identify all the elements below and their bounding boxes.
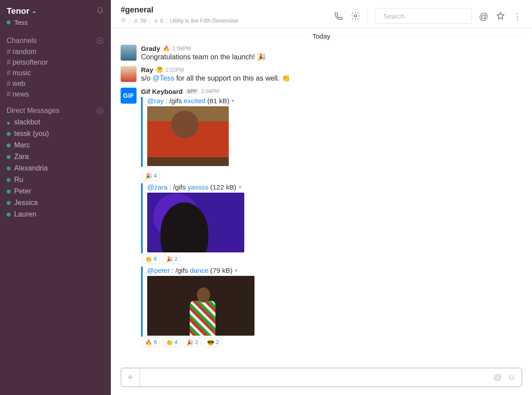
dm-name: Marc <box>14 141 30 149</box>
channel-topic[interactable]: Utility is the Fifth Dimension <box>170 18 239 24</box>
star-outline-icon[interactable] <box>496 11 505 21</box>
dm-item[interactable]: Marc <box>0 139 111 151</box>
bell-icon[interactable] <box>96 7 104 15</box>
channel-name: music <box>12 69 31 77</box>
add-dm-button[interactable] <box>96 107 104 115</box>
workspace-switcher[interactable]: Tenor ⌄ <box>7 6 36 16</box>
avatar[interactable] <box>121 66 137 82</box>
reaction-chip[interactable]: 😎2 <box>204 338 222 347</box>
dm-item[interactable]: Lauren <box>0 209 111 220</box>
channel-list: #random #petsoftenor #music #web #news <box>0 46 111 102</box>
message: Ray 🤔 2:02PM s/o @Tess for all the suppo… <box>121 64 522 85</box>
dm-list: ♥slackbot tessk (you) Marc Zara Alexandr… <box>0 116 111 223</box>
gear-icon[interactable] <box>351 11 360 21</box>
composer-plus-button[interactable]: + <box>121 368 140 386</box>
message: Grady 🔥 1:58PM Congratulations team on t… <box>121 43 522 64</box>
reaction-chip[interactable]: 🎉4 <box>142 171 160 181</box>
dm-heading[interactable]: Direct Messages <box>7 107 59 115</box>
dm-item[interactable]: Zara <box>0 151 111 163</box>
presence-dot-icon <box>7 155 11 159</box>
emoji: 👏 <box>282 74 290 82</box>
dm-item[interactable]: tessk (you) <box>0 128 111 139</box>
channel-item[interactable]: #music <box>0 68 111 78</box>
message-text: Congratulations team on the launch! 🎉 <box>141 52 522 62</box>
dm-name: slackbot <box>14 118 40 126</box>
current-user-row[interactable]: Tess <box>0 18 111 32</box>
channel-item[interactable]: #random <box>0 46 111 57</box>
channel-item[interactable]: #web <box>0 78 111 89</box>
channel-header: #general | 39 | 0 | Utility is the Fifth… <box>111 0 532 28</box>
dm-item[interactable]: Ru <box>0 174 111 186</box>
dm-item[interactable]: Alexandria <box>0 163 111 174</box>
channel-item[interactable]: #news <box>0 89 111 100</box>
channel-title[interactable]: #general <box>121 5 239 15</box>
member-count: 39 <box>140 18 146 24</box>
collapse-icon[interactable]: ▾ <box>235 268 237 273</box>
add-channel-button[interactable] <box>96 37 104 45</box>
date-label: Today <box>313 32 330 40</box>
dm-item[interactable]: Peter <box>0 186 111 197</box>
gif-preview[interactable] <box>147 276 254 336</box>
mention[interactable]: @ray <box>147 97 164 105</box>
channel-item[interactable]: #petsoftenor <box>0 57 111 68</box>
channel-name: petsoftenor <box>12 58 48 66</box>
gif-preview[interactable] <box>147 106 229 166</box>
message-time: 1:58PM <box>172 46 191 52</box>
message-author[interactable]: Grady <box>141 45 160 52</box>
mention[interactable]: @zara <box>147 183 168 191</box>
reaction-bar: 👏6 🎉2 <box>142 255 522 264</box>
dm-item[interactable]: Jessica <box>0 197 111 209</box>
composer-mention-icon[interactable]: @ <box>493 372 502 382</box>
reaction-chip[interactable]: 👏4 <box>163 338 181 347</box>
workspace-name: Tenor <box>7 6 29 16</box>
presence-dot-icon <box>7 213 11 217</box>
sidebar: Tenor ⌄ Tess Channels #random #petsoften… <box>0 0 111 395</box>
hash-icon: # <box>7 58 11 66</box>
message-time: 2:02PM <box>166 67 184 73</box>
dm-name: tessk (you) <box>14 130 49 138</box>
status-emoji: 🔥 <box>163 45 170 52</box>
presence-dot-icon <box>7 20 11 24</box>
message-time: 2:04PM <box>201 88 219 94</box>
channel-name: news <box>12 90 29 98</box>
search-box[interactable] <box>375 8 472 24</box>
dm-name: Peter <box>14 187 31 195</box>
gif-keyword[interactable]: yassss <box>188 183 208 191</box>
dm-item[interactable]: ♥slackbot <box>0 116 111 128</box>
current-user-name: Tess <box>14 19 28 26</box>
pins-icon[interactable]: 0 <box>153 18 163 24</box>
phone-icon[interactable] <box>334 11 344 21</box>
avatar[interactable]: GIF <box>121 88 137 104</box>
message-author[interactable]: Gif Keyboard <box>141 88 183 95</box>
channels-heading[interactable]: Channels <box>7 37 37 45</box>
reaction-chip[interactable]: 🎉2 <box>183 338 201 347</box>
channel-name: web <box>12 80 25 88</box>
search-input[interactable] <box>383 12 468 20</box>
attachment: @peter: /gifs dance (79 kB) ▾ <box>141 267 522 337</box>
collapse-icon[interactable]: ▾ <box>232 98 234 103</box>
mention[interactable]: @Tess <box>153 74 174 82</box>
composer-emoji-icon[interactable]: ☺ <box>508 372 516 382</box>
pin-count: 0 <box>160 18 163 24</box>
composer-input[interactable] <box>140 368 488 386</box>
gif-preview[interactable] <box>147 193 244 252</box>
reaction-chip[interactable]: 👏6 <box>142 255 160 264</box>
mention[interactable]: @peter <box>147 267 170 275</box>
collapse-icon[interactable]: ▾ <box>239 185 241 190</box>
reaction-chip[interactable]: 🔥6 <box>142 338 160 347</box>
gif-keyword[interactable]: dance <box>190 267 208 275</box>
dm-name: Lauren <box>14 210 36 218</box>
gif-keyword[interactable]: excited <box>184 97 205 105</box>
presence-dot-icon <box>7 167 11 170</box>
hash-icon: # <box>7 90 11 98</box>
date-divider: Today <box>121 32 522 40</box>
message-author[interactable]: Ray <box>141 66 153 74</box>
mentions-icon[interactable]: @ <box>479 11 489 21</box>
avatar[interactable] <box>121 45 137 61</box>
reaction-chip[interactable]: 🎉2 <box>163 255 181 264</box>
members-icon[interactable]: 39 <box>133 18 146 24</box>
presence-dot-icon <box>7 201 11 205</box>
star-icon[interactable] <box>121 17 126 24</box>
channel-name: random <box>12 48 36 56</box>
more-vert-icon[interactable]: ⋮ <box>512 11 522 21</box>
